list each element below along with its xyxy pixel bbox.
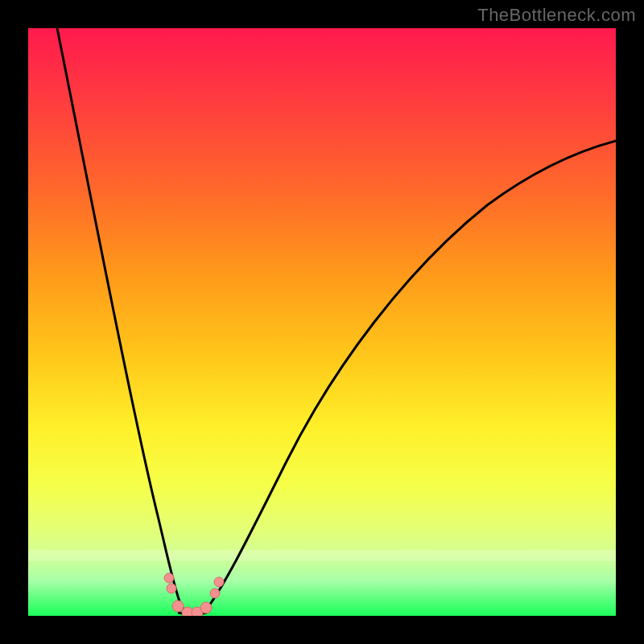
marker-dot bbox=[167, 584, 176, 593]
marker-group bbox=[164, 573, 224, 616]
chart-frame: TheBottleneck.com bbox=[0, 0, 644, 644]
marker-dot bbox=[172, 601, 184, 612]
marker-dot bbox=[214, 577, 224, 587]
curve-layer bbox=[28, 28, 616, 616]
watermark-text: TheBottleneck.com bbox=[477, 5, 636, 26]
plot-area bbox=[28, 28, 616, 616]
marker-dot bbox=[164, 573, 174, 583]
bottleneck-curve-right bbox=[204, 141, 616, 613]
bottleneck-curve-left bbox=[57, 28, 188, 613]
marker-dot bbox=[210, 588, 220, 598]
marker-dot bbox=[200, 602, 212, 613]
